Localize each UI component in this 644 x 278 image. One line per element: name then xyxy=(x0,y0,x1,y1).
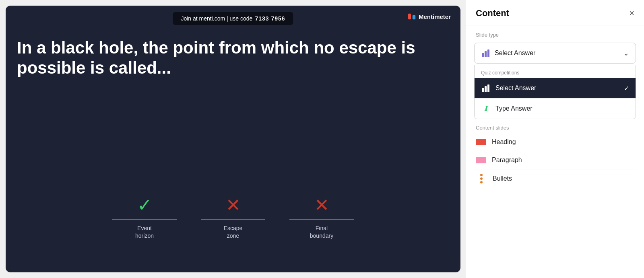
bullets-label: Bullets xyxy=(493,175,512,182)
dropdown-list: Quiz competitions Select Answer ✓ 𝐈 Type… xyxy=(474,65,636,119)
content-slides-list: Heading Paragraph Bullets xyxy=(474,133,636,188)
answer-item-1: ✓ Eventhorizon xyxy=(112,196,177,240)
svg-rect-1 xyxy=(413,15,415,19)
bar-chart-icon-active xyxy=(481,84,490,93)
slide-type-label: Slide type xyxy=(466,25,644,41)
answer-item-2: ✕ Escapezone xyxy=(201,196,265,240)
bar-chart-icon-dropdown xyxy=(481,49,490,58)
preview-panel: Join at menti.com | use code 7133 7956 M… xyxy=(6,6,460,272)
join-code: 7133 7956 xyxy=(255,15,285,22)
wrong-icon-2: ✕ xyxy=(314,196,329,214)
dropdown-item-type-answer[interactable]: 𝐈 Type Answer xyxy=(475,99,636,119)
svg-rect-0 xyxy=(408,14,411,20)
close-button[interactable]: × xyxy=(629,9,634,18)
brand-logo: Mentimeter xyxy=(407,12,451,21)
mentimeter-icon xyxy=(407,12,416,21)
select-answer-active-label: Select Answer xyxy=(495,84,618,92)
type-answer-icon: 𝐈 xyxy=(481,104,490,113)
content-slide-bullets[interactable]: Bullets xyxy=(474,169,636,188)
answer-label-1: Eventhorizon xyxy=(135,224,154,240)
content-slide-paragraph[interactable]: Paragraph xyxy=(474,151,636,169)
type-answer-label: Type Answer xyxy=(495,105,629,112)
answer-line-3 xyxy=(289,219,354,220)
slide-type-dropdown[interactable]: Select Answer ⌄ xyxy=(474,43,636,64)
content-slide-heading[interactable]: Heading xyxy=(474,133,636,151)
join-bar: Join at menti.com | use code 7133 7956 xyxy=(173,12,293,25)
panel-title: Content xyxy=(476,8,509,19)
answer-line-2 xyxy=(201,219,265,220)
brand-name: Mentimeter xyxy=(419,13,451,20)
answers-area: ✓ Eventhorizon ✕ Escapezone ✕ Finalbound… xyxy=(6,196,460,240)
join-text: Join at menti.com | use code xyxy=(181,15,252,22)
answer-line-1 xyxy=(112,219,177,220)
bullets-icon xyxy=(476,175,487,183)
correct-icon: ✓ xyxy=(137,196,152,214)
answer-item-3: ✕ Finalboundary xyxy=(289,196,354,240)
answer-label-3: Finalboundary xyxy=(310,224,333,240)
heading-label: Heading xyxy=(492,138,516,146)
paragraph-label: Paragraph xyxy=(492,157,522,164)
paragraph-icon xyxy=(476,157,486,163)
answer-label-2: Escapezone xyxy=(224,224,243,240)
chevron-down-icon: ⌄ xyxy=(623,49,629,58)
heading-icon xyxy=(476,139,486,145)
question-text: In a black hole, the point from which no… xyxy=(17,38,449,78)
dropdown-item-select-answer-active[interactable]: Select Answer ✓ xyxy=(475,78,636,99)
wrong-icon-1: ✕ xyxy=(226,196,241,214)
content-slides-label: Content slides xyxy=(466,119,644,133)
quiz-section-label: Quiz competitions xyxy=(475,65,636,78)
check-icon: ✓ xyxy=(624,84,629,92)
panel-header: Content × xyxy=(466,8,644,25)
dropdown-label: Select Answer xyxy=(495,49,618,57)
right-panel: Content × Slide type Select Answer ⌄ Qui… xyxy=(466,0,644,278)
